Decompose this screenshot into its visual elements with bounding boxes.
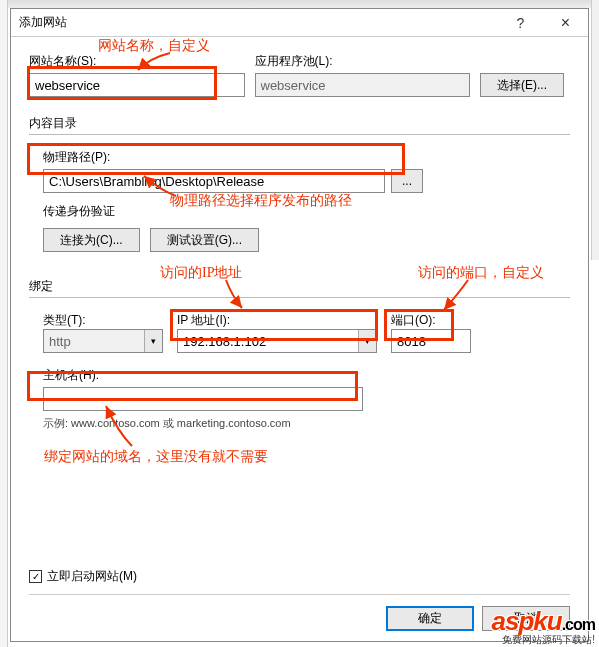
auth-label: 传递身份验证 (43, 203, 570, 220)
help-button[interactable]: ? (498, 9, 543, 37)
window-title: 添加网站 (19, 14, 498, 31)
content-dir-group-title: 内容目录 (29, 115, 570, 132)
binding-port-label: 端口(O): (391, 312, 471, 329)
chevron-down-icon: ▾ (144, 330, 162, 352)
close-button[interactable]: × (543, 9, 588, 37)
physical-path-input[interactable] (43, 169, 385, 193)
app-pool-label: 应用程序池(L): (255, 53, 471, 70)
connect-as-button[interactable]: 连接为(C)... (43, 228, 140, 252)
physical-path-label: 物理路径(P): (43, 149, 570, 166)
binding-port-input[interactable] (391, 329, 471, 353)
binding-type-select[interactable]: ▾ (43, 329, 163, 353)
select-pool-button[interactable]: 选择(E)... (480, 73, 564, 97)
site-name-input[interactable] (29, 73, 245, 97)
binding-ip-input[interactable] (177, 329, 377, 353)
add-website-dialog: 添加网站 ? × 网站名称(S): 应用程序池(L): 选择(E)... 内容目… (10, 8, 589, 642)
binding-type-label: 类型(T): (43, 312, 163, 329)
host-name-input[interactable] (43, 387, 363, 411)
test-settings-button[interactable]: 测试设置(G)... (150, 228, 259, 252)
binding-ip-label: IP 地址(I): (177, 312, 377, 329)
app-pool-input (255, 73, 471, 97)
ok-button[interactable]: 确定 (386, 606, 474, 631)
binding-ip-select[interactable]: ▾ (177, 329, 377, 353)
titlebar: 添加网站 ? × (11, 9, 588, 37)
start-site-label: 立即启动网站(M) (47, 568, 137, 585)
site-name-label: 网站名称(S): (29, 53, 245, 70)
binding-group-title: 绑定 (29, 278, 570, 295)
cancel-button[interactable]: 取消 (482, 606, 570, 631)
chevron-down-icon: ▾ (358, 330, 376, 352)
start-site-checkbox[interactable]: ✓ (29, 570, 42, 583)
host-name-label: 主机名(H): (43, 367, 570, 384)
browse-path-button[interactable]: ... (391, 169, 423, 193)
host-example-text: 示例: www.contoso.com 或 marketing.contoso.… (43, 416, 570, 431)
